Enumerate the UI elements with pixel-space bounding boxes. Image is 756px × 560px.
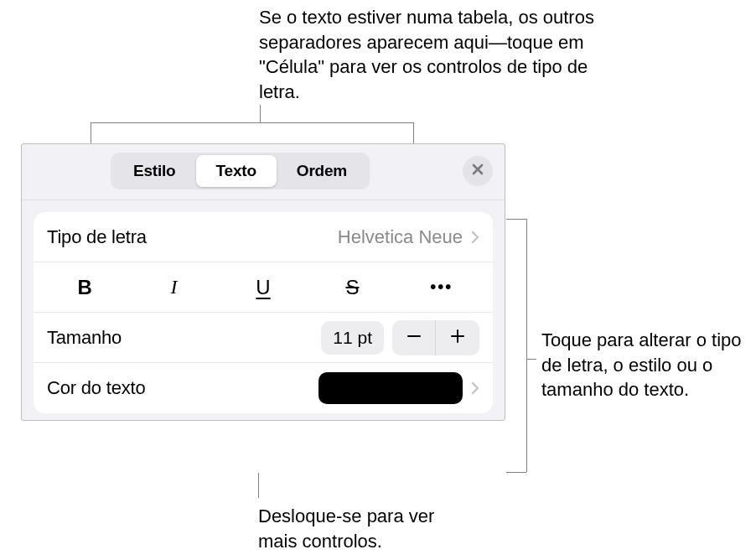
- text-color-label: Cor do texto: [47, 377, 145, 399]
- more-options-button[interactable]: •••: [397, 263, 486, 312]
- callout-tabs: Se o texto estiver numa tabela, os outro…: [259, 5, 594, 105]
- underline-button[interactable]: U: [219, 263, 308, 312]
- format-panel: Estilo Texto Ordem Tipo de letra Helveti…: [21, 143, 505, 421]
- text-color-row[interactable]: Cor do texto: [34, 363, 493, 413]
- text-color-swatch[interactable]: [318, 372, 463, 404]
- leader-line: [260, 105, 261, 122]
- size-increase-button[interactable]: [436, 320, 479, 355]
- italic-button[interactable]: I: [129, 263, 218, 312]
- leader-line: [91, 122, 413, 123]
- size-stepper: [392, 320, 479, 355]
- font-row[interactable]: Tipo de letra Helvetica Neue: [34, 212, 493, 262]
- size-decrease-button[interactable]: [392, 320, 436, 355]
- callout-font-controls: Toque para alterar o tipo de letra, o es…: [541, 328, 751, 402]
- size-row: Tamanho 11 pt: [34, 313, 493, 363]
- size-label: Tamanho: [47, 327, 122, 349]
- leader-line: [526, 359, 536, 360]
- chevron-right-icon: [471, 231, 479, 244]
- leader-line: [413, 122, 414, 143]
- plus-icon: [449, 328, 466, 348]
- leader-line: [506, 219, 526, 220]
- tab-text[interactable]: Texto: [196, 155, 277, 187]
- format-buttons-row: B I U S •••: [34, 262, 493, 313]
- minus-icon: [406, 328, 422, 348]
- leader-line: [258, 473, 259, 498]
- panel-header: Estilo Texto Ordem: [22, 144, 505, 200]
- chevron-right-icon: [471, 381, 479, 395]
- close-icon: [471, 163, 484, 179]
- size-value[interactable]: 11 pt: [321, 321, 384, 355]
- tab-style[interactable]: Estilo: [113, 155, 196, 187]
- font-value: Helvetica Neue: [338, 226, 463, 248]
- segmented-control: Estilo Texto Ordem: [111, 153, 370, 189]
- leader-line: [526, 219, 527, 472]
- close-button[interactable]: [463, 156, 493, 186]
- tab-arrange[interactable]: Ordem: [277, 155, 367, 187]
- strikethrough-button[interactable]: S: [308, 263, 396, 312]
- callout-scroll: Desloque-se para ver mais controlos.: [258, 504, 476, 553]
- font-label: Tipo de letra: [47, 226, 147, 248]
- bold-button[interactable]: B: [40, 263, 129, 312]
- leader-line: [506, 472, 526, 473]
- leader-line: [91, 122, 91, 143]
- text-controls-card: Tipo de letra Helvetica Neue B I U S •••…: [34, 212, 493, 413]
